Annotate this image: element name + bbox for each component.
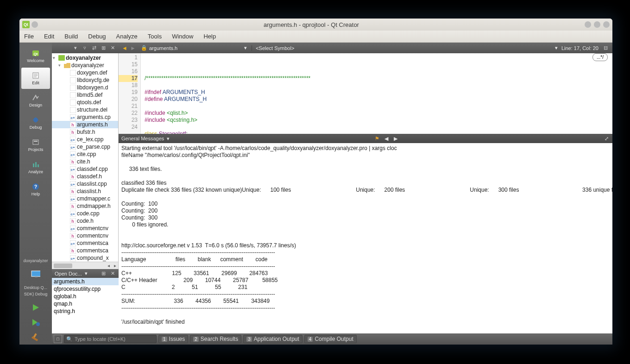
open-doc-item[interactable]: qmap.h [52, 300, 119, 308]
general-messages-output[interactable]: Starting external tool '/usr/local/bin/q… [119, 143, 612, 333]
symbol-selector[interactable]: <Select Symbol> [252, 45, 298, 51]
split-editor-icon[interactable]: ⊟ [602, 45, 609, 51]
menu-window[interactable]: Window [172, 33, 193, 40]
menu-edit[interactable]: Edit [44, 33, 54, 40]
file-icon: h [69, 121, 76, 128]
tree-item[interactable]: ▾doxyanalyzer [52, 62, 118, 69]
chevron-down-icon[interactable]: ▾ [555, 45, 558, 51]
mode-edit[interactable]: Edit [21, 68, 50, 89]
menu-help[interactable]: Help [203, 33, 216, 40]
svg-rect-10 [34, 141, 38, 142]
locator-input[interactable]: 🔍 Type to locate (Ctrl+K) [64, 335, 157, 343]
build-button[interactable] [30, 332, 41, 342]
next-icon[interactable]: ▶ [392, 135, 399, 142]
tree-item[interactable]: structure.del [52, 106, 118, 113]
tree-item[interactable]: c+commentcnv [52, 225, 118, 232]
tree-item[interactable]: c+ce_parse.cpp [52, 143, 118, 151]
tree-item[interactable]: c+arguments.cp [52, 113, 118, 121]
mode-help[interactable]: ?Help [21, 179, 50, 200]
close-pane-icon[interactable]: ✕ [109, 45, 116, 51]
mode-welcome[interactable]: QtWelcome [21, 45, 50, 67]
output-tab-search-results[interactable]: 2Search Results [190, 335, 241, 343]
h-scrollbar[interactable]: ◂▸ [52, 262, 118, 269]
tree-item[interactable]: c+ce_lex.cpp [52, 136, 118, 143]
tree-item[interactable]: libdoxycfg.de [52, 76, 118, 84]
tree-item[interactable]: c+code.cpp [52, 210, 118, 217]
run-debug-button[interactable] [30, 317, 41, 327]
open-doc-item[interactable]: qglobal.h [52, 293, 119, 300]
fold-indicator[interactable]: ...*/ [592, 53, 608, 61]
open-doc-item[interactable]: qstring.h [52, 308, 119, 315]
tree-item[interactable]: c+commentsca [52, 239, 118, 247]
close-pane-icon[interactable]: ✕ [109, 270, 116, 277]
output-tab-issues[interactable]: 1Issues [158, 335, 188, 343]
svg-rect-9 [33, 140, 38, 144]
tree-item[interactable]: hcmdmapper.h [52, 202, 118, 210]
svg-rect-11 [33, 163, 34, 167]
tree-item[interactable]: hcommentsca [52, 247, 118, 254]
tree-item[interactable]: hclasslist.h [52, 188, 118, 195]
tree-item[interactable]: c+compound_x [52, 254, 118, 262]
output-tab-compile-output[interactable]: 4Compile Output [304, 335, 357, 343]
menu-build[interactable]: Build [64, 33, 78, 40]
chevron-down-icon[interactable]: ▾ [72, 45, 79, 51]
svg-text:h: h [71, 234, 74, 238]
flag-icon[interactable]: ⚑ [374, 135, 380, 142]
kit-selector[interactable] [21, 265, 50, 283]
maximize-button[interactable] [594, 21, 600, 28]
open-doc-item[interactable]: qfprocessutility.cpp [52, 285, 119, 293]
minimize-button[interactable] [585, 21, 591, 28]
tree-item[interactable]: c+classdef.cpp [52, 165, 118, 173]
tree-item[interactable]: c+cite.cpp [52, 151, 118, 158]
code-editor[interactable]: 115161718192021222324 ...*/ /***********… [119, 53, 612, 134]
open-docs-title: Open Doc... [55, 271, 82, 276]
run-button[interactable] [30, 302, 41, 313]
tree-item[interactable]: libdoxygen.d [52, 84, 118, 91]
menu-debug[interactable]: Debug [88, 33, 106, 40]
lock-icon: 🔒 [141, 45, 147, 51]
cursor-position-label: Line: 17, Col: 20 [561, 45, 598, 51]
window-menu-icon[interactable] [32, 21, 38, 28]
filter-icon[interactable]: ▿ [82, 45, 88, 51]
sync-icon[interactable]: ⇄ [91, 45, 97, 51]
tree-item[interactable]: hcite.h [52, 158, 118, 165]
split-icon[interactable]: ⊞ [100, 270, 107, 277]
chevron-down-icon[interactable]: ▾ [85, 270, 88, 276]
tree-item[interactable]: c+cmdmapper.c [52, 195, 118, 202]
tree-item[interactable]: libmd5.def [52, 91, 118, 99]
menu-file[interactable]: File [24, 33, 34, 40]
toggle-sidebar-button[interactable]: □ [54, 335, 62, 343]
tree-item[interactable]: c+classlist.cpp [52, 180, 118, 188]
titlebar[interactable]: Qt arguments.h - qprojtool - Qt Creator [19, 19, 612, 31]
tree-item[interactable]: hcommentcnv [52, 232, 118, 239]
file-crumb[interactable]: 🔒 arguments.h ▾ [139, 45, 249, 51]
tree-item[interactable]: hclassdef.h [52, 173, 118, 180]
kit-line2: SDK) Debug [23, 291, 49, 297]
file-icon: h [69, 203, 76, 209]
tree-item[interactable]: harguments.h [52, 121, 118, 128]
open-doc-item[interactable]: arguments.h [52, 278, 119, 285]
tree-item[interactable]: qtools.def [52, 99, 118, 106]
file-icon: h [69, 158, 76, 165]
menu-tools[interactable]: Tools [148, 33, 162, 40]
mode-analyze[interactable]: Analyze [21, 157, 50, 178]
tree-item[interactable]: hcode.h [52, 217, 118, 225]
chevron-down-icon[interactable]: ▾ [167, 136, 170, 142]
menu-analyze[interactable]: Analyze [116, 33, 138, 40]
mode-projects[interactable]: Projects [21, 134, 50, 156]
maximize-pane-icon[interactable]: ⤢ [603, 135, 610, 142]
mode-debug[interactable]: Debug [21, 112, 50, 133]
prev-icon[interactable]: ◀ [383, 135, 390, 142]
svg-text:c+: c+ [70, 168, 75, 172]
close-button[interactable] [603, 21, 610, 28]
nav-back-button[interactable]: ◄ [120, 44, 129, 52]
split-icon[interactable]: ⊞ [100, 45, 107, 51]
nav-forward-button[interactable]: ► [129, 44, 137, 52]
code-area[interactable]: ...*/ /*********************************… [141, 53, 612, 134]
output-tab-application-output[interactable]: 3Application Output [243, 335, 302, 343]
tree-item[interactable]: doxygen.def [52, 69, 118, 76]
tree-item[interactable]: ▾doxyanalyzer [52, 54, 118, 62]
tree-item[interactable]: hbufstr.h [52, 128, 118, 136]
mode-design[interactable]: Design [21, 90, 50, 111]
project-tree-pane: ▾doxyanalyzer▾doxyanalyzerdoxygen.deflib… [52, 53, 119, 269]
